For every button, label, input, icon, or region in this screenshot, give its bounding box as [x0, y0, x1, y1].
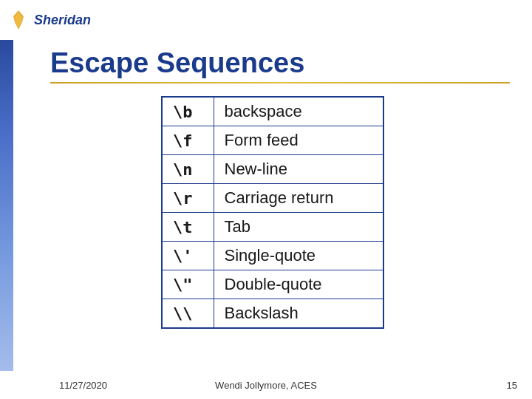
table-row: \"Double-quote: [162, 270, 383, 299]
title-divider: [50, 82, 510, 83]
escape-desc-cell: Single-quote: [214, 242, 383, 270]
logo-area: Sheridan: [7, 9, 91, 31]
escape-code-cell: \\: [162, 299, 214, 329]
escape-desc-cell: Tab: [214, 213, 383, 242]
table-row: \nNew-line: [162, 155, 383, 184]
escape-code-cell: \': [162, 242, 214, 270]
table-row: \rCarriage return: [162, 184, 383, 213]
title-section: Escape Sequences: [13, 40, 532, 87]
footer-author: Wendi Jollymore, ACES: [215, 380, 317, 391]
escape-desc-cell: Form feed: [214, 126, 383, 155]
table-row: \\Backslash: [162, 299, 383, 329]
footer-page: 15: [507, 380, 517, 391]
table-row: \fForm feed: [162, 126, 383, 155]
escape-code-cell: \r: [162, 184, 214, 213]
escape-desc-cell: Double-quote: [214, 270, 383, 299]
slide-title: Escape Sequences: [50, 47, 510, 79]
logo-text: Sheridan: [34, 13, 91, 28]
sheridan-logo-icon: [7, 9, 30, 31]
table-row: \'Single-quote: [162, 242, 383, 270]
table-row: \tTab: [162, 213, 383, 242]
header: Sheridan: [0, 0, 532, 40]
escape-desc-cell: backspace: [214, 97, 383, 126]
escape-code-cell: \t: [162, 213, 214, 242]
escape-code-cell: \n: [162, 155, 214, 184]
escape-desc-cell: Carriage return: [214, 184, 383, 213]
escape-sequences-table: \bbackspace\fForm feed\nNew-line\rCarria…: [161, 96, 384, 329]
escape-code-cell: \b: [162, 97, 214, 126]
escape-desc-cell: Backslash: [214, 299, 383, 329]
escape-code-cell: \": [162, 270, 214, 299]
main-content: \bbackspace\fForm feed\nNew-line\rCarria…: [13, 89, 532, 369]
escape-desc-cell: New-line: [214, 155, 383, 184]
sidebar-bar: [0, 0, 13, 399]
footer-date: 11/27/2020: [59, 380, 107, 391]
footer: 11/27/2020 Wendi Jollymore, ACES 15: [0, 371, 532, 399]
escape-code-cell: \f: [162, 126, 214, 155]
table-row: \bbackspace: [162, 97, 383, 126]
